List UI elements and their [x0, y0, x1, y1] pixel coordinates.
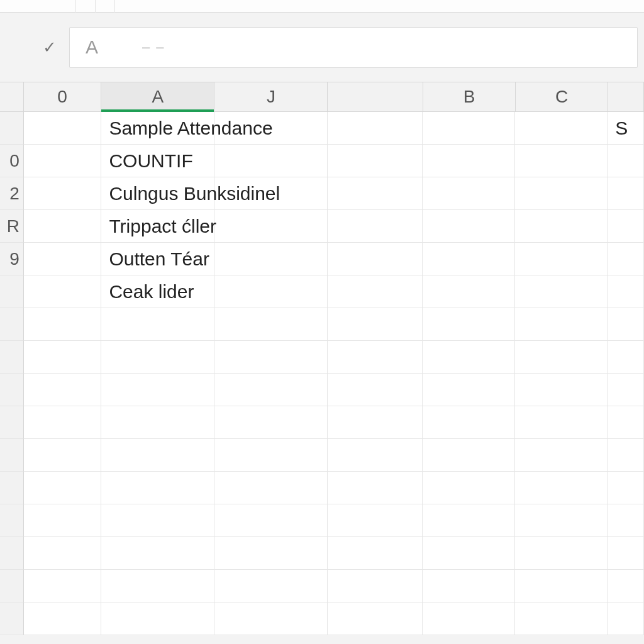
cell[interactable] — [328, 374, 423, 406]
cell[interactable] — [608, 374, 644, 406]
cell[interactable] — [423, 374, 515, 406]
row-header[interactable] — [0, 406, 24, 439]
row-header[interactable] — [0, 439, 24, 472]
cell[interactable] — [515, 243, 608, 275]
row-header[interactable] — [0, 504, 24, 537]
cell[interactable] — [515, 112, 608, 145]
row-header[interactable] — [0, 570, 24, 602]
cell[interactable] — [214, 537, 328, 570]
row-header[interactable] — [0, 374, 24, 406]
cell[interactable] — [423, 210, 515, 243]
cell[interactable] — [328, 243, 423, 275]
cell-A4[interactable]: Trippact ćller — [101, 210, 214, 243]
row-header[interactable] — [0, 537, 24, 570]
cell[interactable] — [24, 472, 101, 504]
cell[interactable] — [24, 210, 101, 243]
cell[interactable] — [608, 308, 644, 341]
cell[interactable] — [328, 112, 423, 145]
cell[interactable] — [328, 472, 423, 504]
cell[interactable] — [423, 243, 515, 275]
row-header[interactable] — [0, 308, 24, 341]
cell[interactable] — [423, 275, 515, 308]
cell[interactable] — [515, 374, 608, 406]
cell[interactable] — [24, 275, 101, 308]
cell-A5[interactable]: Outten Téar — [101, 243, 214, 275]
cell[interactable] — [608, 243, 644, 275]
cell[interactable] — [608, 504, 644, 537]
cell[interactable] — [608, 210, 644, 243]
cell[interactable] — [214, 145, 328, 177]
cell[interactable] — [515, 504, 608, 537]
cell[interactable] — [515, 308, 608, 341]
cell[interactable] — [101, 406, 214, 439]
cell[interactable] — [328, 439, 423, 472]
cell[interactable] — [423, 406, 515, 439]
cell[interactable] — [515, 602, 608, 635]
cell[interactable] — [423, 570, 515, 602]
cell[interactable] — [24, 112, 101, 145]
cell[interactable] — [608, 570, 644, 602]
cell[interactable] — [24, 537, 101, 570]
cell[interactable] — [24, 439, 101, 472]
cell[interactable] — [515, 275, 608, 308]
cell[interactable] — [515, 145, 608, 177]
cell[interactable] — [515, 341, 608, 374]
cell[interactable] — [101, 504, 214, 537]
formula-bar[interactable]: A – – — [69, 27, 638, 68]
column-header-J[interactable]: J — [214, 82, 328, 111]
cell[interactable] — [101, 570, 214, 602]
select-all-corner[interactable] — [0, 82, 24, 111]
cell[interactable] — [24, 504, 101, 537]
cell[interactable] — [101, 537, 214, 570]
row-header[interactable] — [0, 602, 24, 635]
cell[interactable] — [24, 243, 101, 275]
cell[interactable] — [328, 308, 423, 341]
cell[interactable]: S — [608, 112, 644, 145]
column-header-next[interactable] — [608, 82, 644, 111]
cell[interactable] — [328, 275, 423, 308]
cell[interactable] — [24, 308, 101, 341]
cell[interactable] — [328, 177, 423, 210]
cell[interactable] — [214, 472, 328, 504]
row-header[interactable]: R — [0, 210, 24, 243]
row-header[interactable] — [0, 112, 24, 145]
cell[interactable] — [214, 504, 328, 537]
cell[interactable] — [214, 439, 328, 472]
cell[interactable] — [328, 145, 423, 177]
cell-A1[interactable]: Sample Attendance — [101, 112, 214, 145]
cell[interactable] — [328, 406, 423, 439]
cell[interactable] — [24, 341, 101, 374]
row-header[interactable] — [0, 472, 24, 504]
cell[interactable] — [423, 602, 515, 635]
cell[interactable] — [24, 374, 101, 406]
cell[interactable] — [214, 341, 328, 374]
column-header-A[interactable]: A — [101, 82, 214, 111]
cell[interactable] — [423, 439, 515, 472]
cell[interactable] — [101, 439, 214, 472]
cell[interactable] — [608, 472, 644, 504]
cell[interactable] — [214, 374, 328, 406]
cell[interactable] — [423, 112, 515, 145]
spreadsheet-grid[interactable]: 0 A J B C Sample Attendance S 0 COUNTIF — [0, 82, 644, 635]
cell[interactable] — [214, 210, 328, 243]
cell[interactable] — [101, 374, 214, 406]
cell[interactable] — [101, 341, 214, 374]
cell[interactable] — [423, 308, 515, 341]
cell[interactable] — [214, 308, 328, 341]
cell[interactable] — [214, 243, 328, 275]
row-header[interactable]: 0 — [0, 145, 24, 177]
cell[interactable] — [328, 341, 423, 374]
cell[interactable] — [515, 177, 608, 210]
cell[interactable] — [608, 439, 644, 472]
row-header[interactable]: 9 — [0, 243, 24, 275]
confirm-check-icon[interactable]: ✓ — [43, 38, 63, 57]
cell[interactable] — [24, 177, 101, 210]
row-header[interactable] — [0, 341, 24, 374]
column-header-blank[interactable] — [328, 82, 423, 111]
cell[interactable] — [515, 210, 608, 243]
cell[interactable] — [328, 570, 423, 602]
cell[interactable] — [423, 472, 515, 504]
cell[interactable] — [328, 504, 423, 537]
cell[interactable] — [608, 145, 644, 177]
cell[interactable] — [24, 406, 101, 439]
